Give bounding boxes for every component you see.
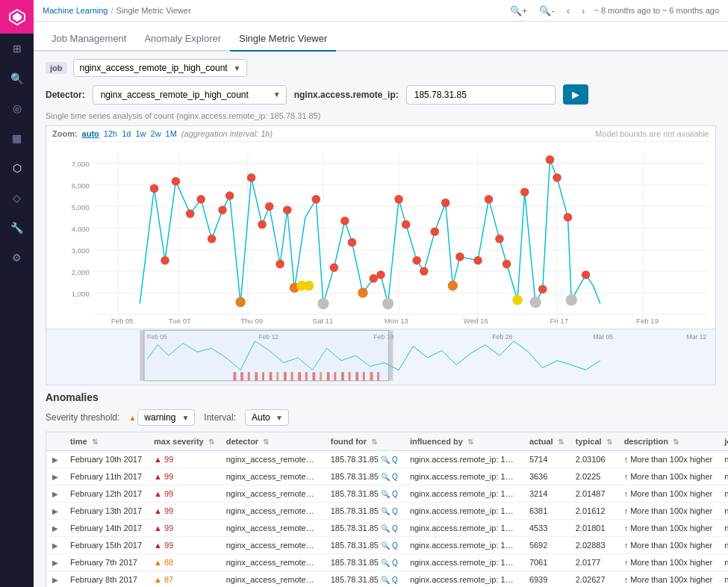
filter-icon[interactable]: Q xyxy=(392,559,398,567)
actual-cell: 6939 xyxy=(523,571,570,588)
expand-cell[interactable]: ▶ xyxy=(46,537,65,554)
entity-input[interactable] xyxy=(406,85,556,105)
detector-cell: nginx_access_remote_ip_high_count xyxy=(220,451,325,468)
search-icon[interactable]: 🔍 xyxy=(381,456,390,464)
search-icon[interactable]: 🔍 xyxy=(381,507,390,515)
col-description[interactable]: description ⇅ xyxy=(618,432,719,451)
ml-icon[interactable]: ⬡ xyxy=(0,153,34,183)
anomalies-title: Anomalies xyxy=(46,391,716,403)
svg-point-49 xyxy=(304,281,314,291)
job-id-cell: nginx_access_remote_ip_hig xyxy=(718,554,728,571)
job-id-cell: nginx_access_remote_ip_hig xyxy=(718,520,728,537)
svg-marker-1 xyxy=(13,13,22,22)
svg-point-68 xyxy=(485,195,494,204)
col-detector[interactable]: detector ⇅ xyxy=(220,432,325,451)
job-badge: job xyxy=(46,62,67,74)
svg-point-39 xyxy=(218,205,227,214)
zoom-1m[interactable]: 1M xyxy=(166,129,177,138)
search-icon[interactable]: 🔍 xyxy=(381,524,390,532)
typical-cell: 2.02883 xyxy=(570,537,618,554)
zoom-2w[interactable]: 2w xyxy=(151,129,161,138)
expand-cell[interactable]: ▶ xyxy=(46,503,65,520)
svg-point-43 xyxy=(258,220,267,229)
col-influenced-by[interactable]: influenced by ⇅ xyxy=(404,432,523,451)
actual-cell: 5692 xyxy=(523,537,570,554)
search-icon[interactable]: 🔍 xyxy=(381,473,390,481)
brush-area[interactable]: Feb 05 Feb 12 Feb 19 Feb 26 Mar 05 Mar 1… xyxy=(46,329,715,385)
expand-cell[interactable]: ▶ xyxy=(46,520,65,537)
svg-point-71 xyxy=(512,295,522,305)
expand-cell[interactable]: ▶ xyxy=(46,468,65,485)
job-id-cell: nginx_access_remote_ip_hig xyxy=(718,485,728,503)
settings-icon[interactable]: ⚙ xyxy=(0,243,34,273)
filter-icon[interactable]: Q xyxy=(392,473,398,481)
svg-point-61 xyxy=(412,256,421,265)
col-max-severity[interactable]: max severity ⇅ xyxy=(148,432,220,451)
tab-single-metric-viewer[interactable]: Single Metric Viewer xyxy=(230,27,336,52)
col-found-for[interactable]: found for ⇅ xyxy=(325,432,404,451)
svg-rect-108 xyxy=(144,330,389,380)
filter-icon[interactable]: Q xyxy=(392,507,398,515)
col-job-id[interactable]: job ID ⇅ xyxy=(718,432,728,451)
expand-cell[interactable]: ▶ xyxy=(46,485,65,503)
svg-point-40 xyxy=(225,191,234,200)
search-icon[interactable]: 🔍 xyxy=(381,490,390,498)
back-button[interactable]: ‹ xyxy=(564,4,573,18)
search-icon[interactable]: 🔍 xyxy=(381,559,390,567)
time-cell: February 10th 2017 xyxy=(64,451,148,468)
expand-cell[interactable]: ▶ xyxy=(46,554,65,571)
zoom-12h[interactable]: 12h xyxy=(104,129,117,138)
filter-icon[interactable]: Q xyxy=(392,456,398,464)
actual-cell: 3636 xyxy=(523,468,570,485)
detector-select[interactable]: nginx_access_remote_ip_high_count xyxy=(93,85,287,105)
severity-label: Severity threshold: xyxy=(46,412,119,423)
aggregation-text: (aggregation interval: 1h) xyxy=(181,129,273,138)
filter-icon[interactable]: Q xyxy=(392,524,398,532)
zoom-1w[interactable]: 1w xyxy=(135,129,146,138)
wrench-icon[interactable]: 🔧 xyxy=(0,213,34,243)
table-row: ▶ February 8th 2017 ▲ 87 nginx_access_re… xyxy=(46,571,729,588)
search-icon[interactable]: 🔍 xyxy=(381,576,390,584)
tab-job-management[interactable]: Job Management xyxy=(43,27,135,52)
anomaly-table: time ⇅ max severity ⇅ detector ⇅ found f… xyxy=(46,432,728,587)
col-actual[interactable]: actual ⇅ xyxy=(523,432,570,451)
col-typical[interactable]: typical ⇅ xyxy=(570,432,618,451)
job-id-cell: nginx_access_remote_ip_hig xyxy=(718,468,728,485)
job-select[interactable]: nginx_access_remote_ip_high_count xyxy=(73,59,247,77)
visualize-icon[interactable]: ◎ xyxy=(0,93,34,123)
interval-select[interactable]: Auto xyxy=(245,409,289,426)
filter-icon[interactable]: Q xyxy=(392,490,398,498)
expand-cell[interactable]: ▶ xyxy=(46,451,65,468)
svg-text:1,000: 1,000 xyxy=(72,290,90,298)
svg-point-34 xyxy=(161,256,169,265)
description-cell: ↑ More than 100x higher xyxy=(618,571,719,588)
svg-point-78 xyxy=(566,294,577,305)
zoom-1d[interactable]: 1d xyxy=(122,129,131,138)
home-icon[interactable]: ⊞ xyxy=(0,34,34,63)
col-time[interactable]: time ⇅ xyxy=(64,432,148,451)
discover-icon[interactable]: 🔍 xyxy=(0,63,34,93)
svg-point-35 xyxy=(172,177,181,186)
filter-icon[interactable]: Q xyxy=(392,541,398,550)
run-button[interactable]: ▶ xyxy=(563,84,588,105)
severity-cell: ▲ 99 xyxy=(148,451,220,468)
time-cell: February 11th 2017 xyxy=(64,468,148,485)
zoom-out-button[interactable]: 🔍- xyxy=(536,4,557,18)
actual-cell: 5714 xyxy=(523,451,570,468)
detector-label: Detector: xyxy=(46,90,85,100)
dashboard-icon[interactable]: ▦ xyxy=(0,123,34,153)
tab-anomaly-explorer[interactable]: Anomaly Explorer xyxy=(135,27,230,52)
svg-text:Mon 13: Mon 13 xyxy=(385,317,408,326)
filter-icon[interactable]: Q xyxy=(392,576,398,584)
dev-tools-icon[interactable]: ◇ xyxy=(0,183,34,213)
severity-select[interactable]: warning xyxy=(137,409,195,426)
expand-cell[interactable]: ▶ xyxy=(46,571,65,588)
job-select-wrapper: nginx_access_remote_ip_high_count ▼ xyxy=(73,59,247,77)
zoom-auto[interactable]: auto xyxy=(82,129,99,138)
forward-button[interactable]: › xyxy=(579,4,588,18)
search-icon[interactable]: 🔍 xyxy=(381,541,390,550)
zoom-in-button[interactable]: 🔍+ xyxy=(507,4,531,18)
interval-label: Interval: xyxy=(204,412,236,423)
table-row: ▶ February 7th 2017 ▲ 88 nginx_access_re… xyxy=(46,554,729,571)
breadcrumb-ml[interactable]: Machine Learning xyxy=(43,6,108,15)
